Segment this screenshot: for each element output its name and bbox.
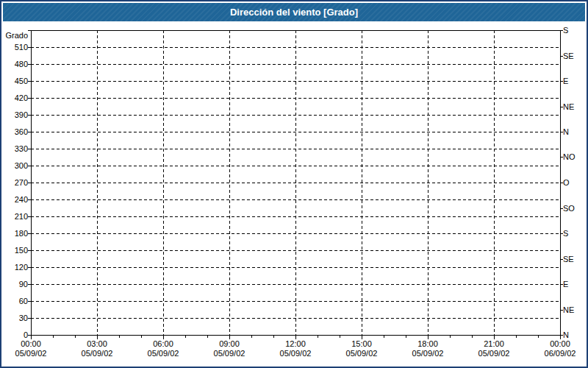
- chart-window: Dirección del viento [Grado]: [0, 0, 588, 368]
- chart-title: Dirección del viento [Grado]: [230, 7, 358, 18]
- chart-title-bar: Dirección del viento [Grado]: [3, 3, 585, 21]
